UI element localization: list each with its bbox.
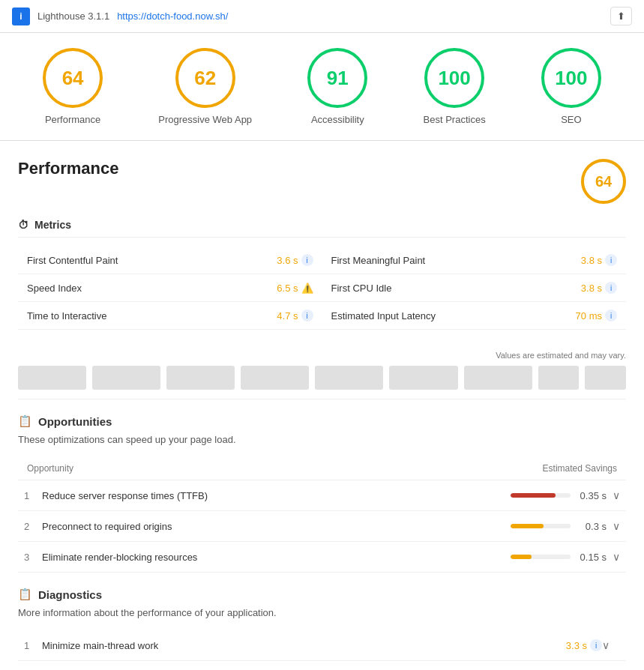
metric-tti: Time to Interactive 4.7 s i bbox=[18, 302, 322, 330]
opp-name-1: Reduce server response times (TTFB) bbox=[42, 490, 470, 501]
metric-fmp: First Meaningful Paint 3.8 s i bbox=[322, 247, 627, 274]
diag-expand-1[interactable]: ∨ bbox=[602, 639, 620, 651]
opp-name-3: Eliminate render-blocking resources bbox=[42, 552, 470, 563]
opp-num-3: 3 bbox=[24, 552, 42, 563]
savings-val-2: 0.3 s bbox=[577, 521, 607, 532]
col-savings: Estimated Savings bbox=[467, 463, 617, 474]
score-section: 64Performance62Progressive Web App91Acce… bbox=[0, 33, 644, 141]
lighthouse-logo: i bbox=[12, 7, 30, 25]
performance-score-circle: 64 bbox=[581, 159, 626, 204]
diagnostics-header: 📋 Diagnostics bbox=[18, 588, 626, 601]
score-circle-performance: 64 bbox=[43, 48, 103, 108]
tl-bar-7 bbox=[464, 366, 532, 390]
diagnostics-section: 📋 Diagnostics More information about the… bbox=[18, 588, 626, 670]
savings-val-1: 0.35 s bbox=[577, 490, 607, 501]
opp-num-2: 2 bbox=[24, 521, 42, 532]
opportunities-description: These optimizations can speed up your pa… bbox=[18, 434, 626, 445]
site-url[interactable]: https://dotch-food.now.sh/ bbox=[117, 10, 228, 22]
savings-bar-3 bbox=[511, 555, 532, 559]
metrics-section-header: ⏱ Metrics bbox=[18, 219, 626, 238]
tl-bar-6 bbox=[389, 366, 457, 390]
opportunities-icon: 📋 bbox=[18, 414, 32, 428]
score-card-best_practices: 100Best Practices bbox=[424, 48, 486, 125]
expand-icon-1[interactable]: ∨ bbox=[613, 489, 620, 501]
diagnostics-description: More information about the performance o… bbox=[18, 607, 626, 618]
score-label-seo: SEO bbox=[561, 114, 581, 125]
timeline-bars bbox=[18, 366, 626, 390]
opp-savings-2: 0.3 s ∨ bbox=[470, 520, 620, 532]
opportunities-title: Opportunities bbox=[38, 415, 112, 428]
diagnostics-title: Diagnostics bbox=[38, 588, 102, 601]
opp-savings-3: 0.15 s ∨ bbox=[470, 551, 620, 563]
diag-name-1: Minimize main-thread work bbox=[42, 640, 566, 651]
tti-info-icon[interactable]: i bbox=[301, 310, 313, 322]
performance-title: Performance bbox=[18, 159, 119, 178]
tl-bar-2 bbox=[92, 366, 160, 390]
expand-icon-2[interactable]: ∨ bbox=[613, 520, 620, 532]
fcp-info-icon[interactable]: i bbox=[301, 254, 313, 266]
score-label-performance: Performance bbox=[45, 114, 100, 125]
diagnostics-icon: 📋 bbox=[18, 588, 32, 601]
tl-bar-9 bbox=[585, 366, 626, 390]
savings-val-3: 0.15 s bbox=[577, 552, 607, 563]
performance-header: Performance 64 bbox=[18, 159, 626, 204]
diag-row-2: 2 Avoids an excessive DOM size 733 nodes… bbox=[18, 661, 626, 670]
tl-bar-5 bbox=[315, 366, 383, 390]
app-header: i Lighthouse 3.1.1 https://dotch-food.no… bbox=[0, 0, 644, 33]
savings-bar-wrap-3 bbox=[511, 555, 571, 559]
score-circle-best_practices: 100 bbox=[424, 48, 484, 108]
savings-bar-wrap-2 bbox=[511, 524, 571, 528]
diag-info-icon-1[interactable]: i bbox=[590, 639, 602, 651]
score-card-accessibility: 91Accessibility bbox=[307, 48, 367, 125]
score-card-pwa: 62Progressive Web App bbox=[158, 48, 252, 125]
diag-value-1: 3.3 s i bbox=[566, 639, 602, 651]
savings-bar-wrap-1 bbox=[511, 493, 571, 498]
score-card-performance: 64Performance bbox=[43, 48, 103, 125]
score-circle-pwa: 62 bbox=[175, 48, 235, 108]
share-button[interactable]: ⬆ bbox=[610, 7, 632, 25]
diag-num-1: 1 bbox=[24, 640, 42, 651]
opp-row-3: 3 Eliminate render-blocking resources 0.… bbox=[18, 542, 626, 573]
score-label-best_practices: Best Practices bbox=[424, 114, 486, 125]
eil-info-icon[interactable]: i bbox=[605, 310, 617, 322]
fmp-info-icon[interactable]: i bbox=[605, 254, 617, 266]
opp-row-2: 2 Preconnect to required origins 0.3 s ∨ bbox=[18, 511, 626, 542]
app-name: Lighthouse 3.1.1 bbox=[37, 10, 109, 22]
main-content: Performance 64 ⏱ Metrics First Contentfu… bbox=[0, 141, 644, 670]
si-warn-icon: ⚠️ bbox=[301, 282, 313, 294]
opportunities-table-header: Opportunity Estimated Savings bbox=[18, 457, 626, 480]
timeline-note: Values are estimated and may vary. bbox=[18, 351, 626, 360]
opp-savings-1: 0.35 s ∨ bbox=[470, 489, 620, 501]
opp-name-2: Preconnect to required origins bbox=[42, 521, 470, 532]
score-circle-accessibility: 91 bbox=[307, 48, 367, 108]
tl-bar-1 bbox=[18, 366, 86, 390]
score-circle-seo: 100 bbox=[541, 48, 601, 108]
opp-row-1: 1 Reduce server response times (TTFB) 0.… bbox=[18, 480, 626, 511]
expand-icon-3[interactable]: ∨ bbox=[613, 551, 620, 563]
diag-row-1: 1 Minimize main-thread work 3.3 s i ∨ bbox=[18, 630, 626, 661]
opp-num-1: 1 bbox=[24, 490, 42, 501]
timeline-section: Values are estimated and may vary. bbox=[18, 342, 626, 399]
metric-si: Speed Index 6.5 s ⚠️ bbox=[18, 274, 322, 302]
metric-eil: Estimated Input Latency 70 ms i bbox=[322, 302, 627, 330]
metrics-grid: First Contentful Paint 3.6 s i First Mea… bbox=[18, 247, 626, 330]
header-left: i Lighthouse 3.1.1 https://dotch-food.no… bbox=[12, 7, 228, 25]
score-card-seo: 100SEO bbox=[541, 48, 601, 125]
opportunities-section: 📋 Opportunities These optimizations can … bbox=[18, 414, 626, 573]
metric-fcp: First Contentful Paint 3.6 s i bbox=[18, 247, 322, 274]
metric-fci: First CPU Idle 3.8 s i bbox=[322, 274, 627, 302]
tl-bar-8 bbox=[538, 366, 580, 390]
score-label-accessibility: Accessibility bbox=[311, 114, 364, 125]
tl-bar-3 bbox=[166, 366, 235, 390]
col-opportunity: Opportunity bbox=[27, 463, 467, 474]
savings-bar-1 bbox=[511, 493, 556, 498]
score-label-pwa: Progressive Web App bbox=[158, 114, 252, 125]
tl-bar-4 bbox=[241, 366, 309, 390]
opportunities-header: 📋 Opportunities bbox=[18, 414, 626, 428]
fci-info-icon[interactable]: i bbox=[605, 282, 617, 294]
savings-bar-2 bbox=[511, 524, 544, 528]
timer-icon: ⏱ bbox=[18, 219, 28, 231]
